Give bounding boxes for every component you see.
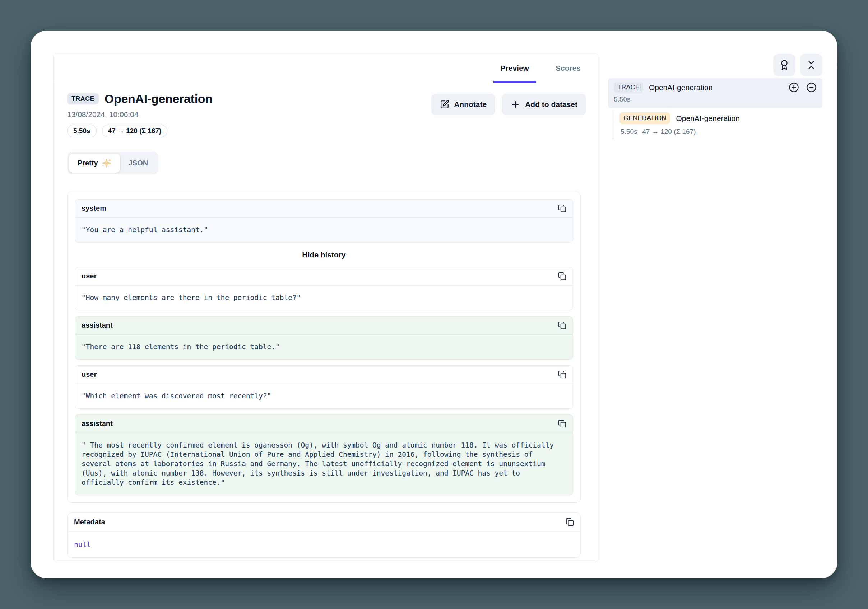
metadata-value: null	[68, 532, 580, 557]
circle-plus-icon	[789, 82, 799, 93]
square-pen-icon	[440, 100, 449, 109]
trace-detail-window: Preview Scores TRACE OpenAI-generation 1…	[31, 31, 837, 578]
message-card-assistant: assistant " The most recently confirmed …	[75, 414, 573, 495]
preview-panel: Preview Scores TRACE OpenAI-generation 1…	[53, 53, 598, 563]
message-content: "There are 118 elements in the periodic …	[75, 335, 573, 359]
trace-stats: 5.50s 47 → 120 (Σ 167)	[67, 125, 212, 138]
plus-icon	[510, 99, 520, 110]
metadata-card: Metadata null	[67, 512, 581, 558]
circle-minus-icon	[806, 82, 817, 93]
message-card-user: user "Which element was discovered most …	[75, 365, 573, 409]
tab-preview[interactable]: Preview	[493, 54, 536, 83]
trace-tree-sidebar: TRACE OpenAI-generation 5.50s GENERATION…	[608, 54, 822, 139]
message-content: "Which element was discovered most recen…	[75, 384, 573, 408]
page-title: OpenAI-generation	[104, 92, 212, 106]
copy-icon	[566, 518, 574, 526]
message-card-system: system "You are a helpful assistant."	[75, 199, 573, 243]
award-icon	[779, 60, 790, 70]
generation-node-title: OpenAI-generation	[676, 114, 739, 123]
hide-history-button[interactable]: Hide history	[298, 249, 349, 261]
token-usage-badge: 47 → 120 (Σ 167)	[102, 125, 168, 138]
copy-icon	[558, 370, 566, 379]
add-to-dataset-button[interactable]: Add to dataset	[502, 94, 586, 115]
copy-button[interactable]	[566, 518, 574, 526]
annotate-button-label: Annotate	[454, 100, 487, 109]
latency-badge: 5.50s	[67, 125, 97, 138]
copy-button[interactable]	[558, 419, 566, 428]
tab-bar: Preview Scores	[54, 54, 598, 83]
message-role-label: system	[82, 204, 106, 212]
copy-button[interactable]	[558, 204, 566, 212]
add-to-dataset-button-label: Add to dataset	[525, 100, 578, 109]
collapse-panel-button[interactable]	[800, 54, 822, 76]
trace-header-left: TRACE OpenAI-generation 13/08/2024, 10:0…	[67, 92, 212, 138]
annotation-queue-button[interactable]	[773, 54, 795, 76]
toggle-pretty-label: Pretty	[78, 159, 98, 167]
message-role-label: assistant	[82, 321, 113, 329]
toggle-json[interactable]: JSON	[120, 154, 157, 173]
trace-node-badge: TRACE	[614, 82, 643, 93]
generation-node-badge: GENERATION	[620, 112, 670, 124]
tree-node-trace[interactable]: TRACE OpenAI-generation 5.50s	[608, 78, 822, 108]
message-content: "You are a helpful assistant."	[75, 218, 573, 242]
view-mode-toggle: Pretty JSON	[67, 152, 158, 175]
copy-icon	[558, 321, 566, 329]
trace-type-badge: TRACE	[67, 93, 99, 104]
messages-container: system "You are a helpful assistant." Hi…	[67, 192, 581, 503]
message-role-label: user	[82, 272, 97, 280]
message-role-label: assistant	[82, 419, 113, 428]
annotate-button[interactable]: Annotate	[431, 94, 495, 115]
trace-timestamp: 13/08/2024, 10:06:04	[67, 110, 212, 119]
message-role-label: user	[82, 370, 97, 379]
panel-content: TRACE OpenAI-generation 13/08/2024, 10:0…	[54, 83, 598, 558]
expand-all-button[interactable]	[789, 82, 799, 93]
generation-node-tokens: 47 → 120 (Σ 167)	[642, 128, 696, 136]
sidebar-toolbar	[608, 54, 822, 76]
metadata-label: Metadata	[74, 518, 105, 526]
tab-scores[interactable]: Scores	[549, 54, 588, 83]
chevrons-down-up-icon	[806, 60, 817, 70]
message-card-user: user "How many elements are there in the…	[75, 267, 573, 311]
message-card-assistant: assistant "There are 118 elements in the…	[75, 316, 573, 360]
toggle-pretty[interactable]: Pretty	[69, 154, 120, 173]
message-content: " The most recently confirmed element is…	[75, 433, 573, 495]
copy-icon	[558, 204, 566, 212]
copy-icon	[558, 419, 566, 428]
tree-node-generation[interactable]: GENERATION OpenAI-generation 5.50s 47 → …	[613, 110, 822, 139]
message-content: "How many elements are there in the peri…	[75, 286, 573, 310]
trace-node-latency: 5.50s	[614, 96, 817, 104]
copy-button[interactable]	[558, 370, 566, 379]
trace-node-title: OpenAI-generation	[649, 83, 783, 92]
copy-icon	[558, 272, 566, 280]
sparkles-icon	[102, 158, 111, 168]
copy-button[interactable]	[558, 272, 566, 280]
trace-header: TRACE OpenAI-generation 13/08/2024, 10:0…	[67, 92, 586, 138]
generation-node-latency: 5.50s	[620, 128, 637, 136]
copy-button[interactable]	[558, 321, 566, 329]
trace-actions: Annotate Add to dataset	[431, 94, 586, 115]
collapse-all-button[interactable]	[806, 82, 817, 93]
